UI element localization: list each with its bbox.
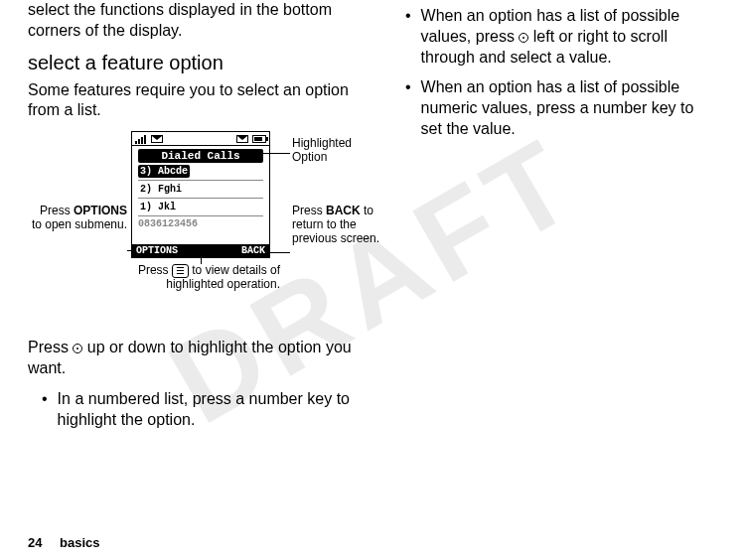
bullet-item: When an option has a list of possible nu…: [391, 77, 719, 139]
menu-key-icon: ☰: [172, 264, 189, 278]
lead-line: [127, 250, 133, 251]
message-icon: [151, 135, 163, 143]
callout-menu-key: Press ☰ to view details of highlighted o…: [131, 264, 280, 292]
page-number: 24: [28, 535, 42, 550]
right-column: When an option has a list of possible va…: [391, 0, 719, 440]
softkey-right: BACK: [241, 245, 265, 256]
section-heading: select a feature option: [28, 52, 356, 74]
callout-back: Press BACK to return to the previous scr…: [292, 205, 391, 245]
signal-icon: [135, 134, 147, 144]
envelope-icon: [236, 135, 248, 143]
lead-line: [201, 258, 202, 264]
phone-screen: Dialed Calls 3) Abcde 2) Fghi 1) Jkl 083…: [131, 131, 270, 258]
status-bar: [132, 132, 269, 146]
lead-in-text: select the functions displayed in the bo…: [28, 0, 356, 42]
list-item: 1) Jkl: [138, 201, 263, 213]
callout-highlighted-option: Highlighted Option: [292, 137, 372, 165]
screen-title: Dialed Calls: [138, 149, 263, 163]
callout-options: Press OPTIONS to open submenu.: [28, 205, 127, 232]
page-footer: 24 basics: [28, 535, 100, 550]
number-line: 0836123456: [132, 218, 269, 229]
battery-icon: [252, 135, 266, 143]
section-label: basics: [60, 535, 99, 550]
list-area: 3) Abcde 2) Fghi 1) Jkl: [132, 163, 269, 216]
bullet-item: When an option has a list of possible va…: [391, 6, 719, 68]
softkey-bar: OPTIONS BACK: [132, 244, 269, 257]
page-content: select the functions displayed in the bo…: [0, 0, 747, 560]
phone-figure: Dialed Calls 3) Abcde 2) Fghi 1) Jkl 083…: [28, 131, 356, 330]
list-item-highlighted: 3) Abcde: [138, 165, 190, 178]
bullet-item: In a numbered list, press a number key t…: [28, 389, 356, 431]
lead-line: [248, 153, 290, 154]
softkey-left: OPTIONS: [136, 245, 178, 256]
nav-key-icon: [519, 33, 528, 43]
intro-text: Some features require you to select an o…: [28, 80, 356, 122]
left-column: select the functions displayed in the bo…: [28, 0, 356, 440]
list-item: 2) Fghi: [138, 183, 263, 196]
nav-key-icon: [73, 344, 82, 353]
lead-line: [270, 252, 290, 253]
after-figure-text: Press up or down to highlight the option…: [28, 338, 356, 379]
